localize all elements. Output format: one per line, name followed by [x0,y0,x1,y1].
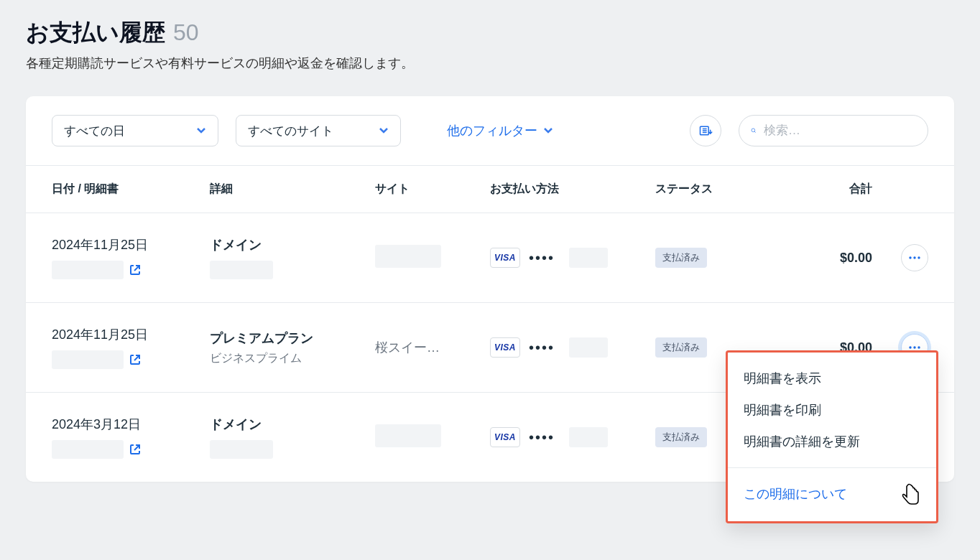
table-header: 日付 / 明細書 詳細 サイト お支払い方法 ステータス 合計 [26,165,954,213]
svg-line-6 [134,266,139,271]
status-badge: 支払済み [655,248,707,268]
svg-point-4 [752,129,755,132]
date-filter-label: すべての日 [64,123,125,139]
row-detail-placeholder [210,261,273,279]
row-site-placeholder [375,245,441,268]
card-mask: •••• [529,429,555,446]
th-detail: 詳細 [210,182,375,197]
row-date: 2024年3月12日 [52,416,210,433]
columns-icon [698,123,713,138]
menu-update-invoice[interactable]: 明細書の詳細を更新 [728,426,936,457]
svg-point-11 [909,346,911,348]
status-badge: 支払済み [655,337,707,358]
row-site-placeholder [375,424,441,447]
page-subtitle: 各種定期購読サービスや有料サービスの明細や返金を確認します。 [26,55,954,72]
pointer-cursor-icon [900,482,920,505]
filters-row: すべての日 すべてのサイト 他のフィルター [26,96,954,165]
row-detail-main: ドメイン [210,236,375,253]
th-date: 日付 / 明細書 [52,182,210,197]
menu-print-invoice[interactable]: 明細書を印刷 [728,394,936,426]
card-mask: •••• [529,340,555,356]
svg-point-12 [913,346,915,348]
external-link-icon[interactable] [129,354,141,365]
chevron-down-icon [379,126,389,136]
row-date: 2024年11月25日 [52,326,210,343]
card-digits-placeholder [569,337,608,358]
site-filter-label: すべてのサイト [248,123,333,139]
svg-point-8 [913,256,915,258]
card-mask: •••• [529,250,555,266]
row-detail-main: プレミアムプラン [210,330,375,347]
row-total: $0.00 [785,251,878,266]
search-input-wrap[interactable] [739,115,928,146]
row-date: 2024年11月25日 [52,236,210,253]
site-filter-dropdown[interactable]: すべてのサイト [236,115,401,146]
invoice-id-placeholder [52,350,124,369]
th-total: 合計 [785,182,878,197]
svg-point-9 [917,256,920,258]
menu-about-invoice[interactable]: この明細について [728,467,936,521]
svg-point-13 [917,346,920,348]
page-title-count: 50 [173,19,199,45]
search-input[interactable] [764,123,916,138]
svg-line-14 [134,445,139,450]
svg-line-5 [754,131,756,133]
page-title: お支払い履歴 50 [26,17,198,49]
other-filters-label: 他のフィルター [447,122,537,139]
invoice-id-placeholder [52,440,124,459]
row-site: 桜スイー… [375,339,490,356]
row-detail-main: ドメイン [210,416,375,433]
menu-view-invoice[interactable]: 明細書を表示 [728,363,936,394]
visa-badge: VISA [490,248,520,268]
invoice-id-placeholder [52,261,124,279]
search-icon [751,123,757,139]
chevron-down-icon [196,126,206,136]
more-horizontal-icon [908,251,921,264]
other-filters-link[interactable]: 他のフィルター [447,122,553,139]
status-badge: 支払済み [655,427,707,447]
payments-card: すべての日 すべてのサイト 他のフィルター [26,96,954,482]
columns-settings-button[interactable] [690,115,721,146]
external-link-icon[interactable] [129,444,141,455]
th-payment: お支払い方法 [490,182,655,197]
external-link-icon[interactable] [129,264,141,276]
th-status: ステータス [655,182,785,197]
table-row: 2024年11月25日 プレミアムプラン ビジネスプライム 桜スイー… VISA… [26,303,954,393]
visa-badge: VISA [490,427,520,447]
card-digits-placeholder [569,248,608,268]
row-detail-sub: ビジネスプライム [210,351,375,366]
menu-about-label: この明細について [744,485,847,503]
th-site: サイト [375,182,490,197]
chevron-down-icon [543,126,553,136]
date-filter-dropdown[interactable]: すべての日 [52,115,218,146]
row-detail-placeholder [210,440,273,459]
svg-point-7 [909,256,911,258]
svg-line-10 [134,355,139,360]
visa-badge: VISA [490,337,520,358]
table-row: 2024年11月25日 ドメイン VISA •••• [26,213,954,303]
row-context-menu: 明細書を表示 明細書を印刷 明細書の詳細を更新 この明細について [726,350,938,523]
card-digits-placeholder [569,427,608,447]
row-more-button[interactable] [901,244,928,271]
